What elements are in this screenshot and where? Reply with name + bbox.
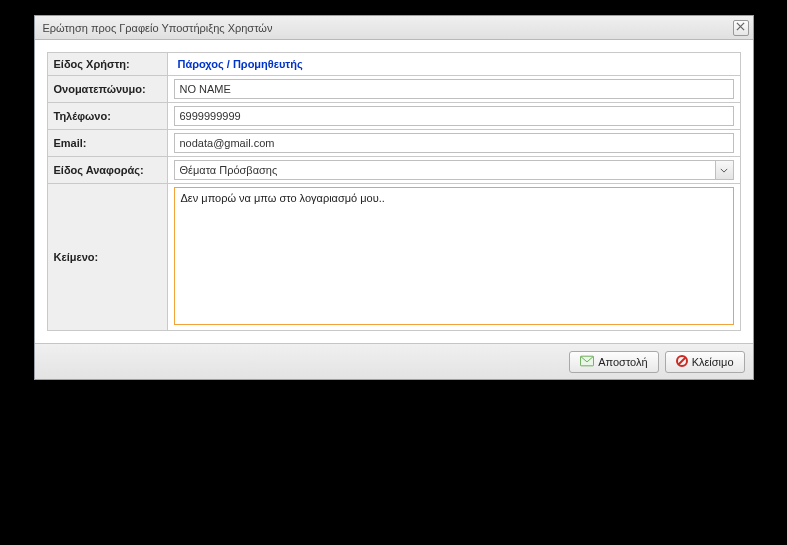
label-user-type: Είδος Χρήστη: [47,53,167,76]
close-button[interactable]: Κλείσιμο [665,351,745,373]
submit-button-label: Αποστολή [598,356,647,368]
chevron-down-icon [715,161,733,179]
forbidden-icon [676,355,688,369]
select-report-type-value: Θέματα Πρόσβασης [175,161,715,179]
label-full-name: Ονοματεπώνυμο: [47,76,167,103]
mail-icon [580,355,594,369]
window-close-button[interactable] [733,20,749,36]
input-phone[interactable] [174,106,734,126]
svg-line-2 [678,357,685,364]
select-report-type[interactable]: Θέματα Πρόσβασης [174,160,734,180]
label-message: Κείμενο: [47,184,167,331]
dialog-footer: Αποστολή Κλείσιμο [35,343,753,379]
titlebar: Ερώτηση προς Γραφείο Υποστήριξης Χρηστών [35,16,753,40]
dialog-window: Ερώτηση προς Γραφείο Υποστήριξης Χρηστών… [34,15,754,380]
submit-button[interactable]: Αποστολή [569,351,658,373]
textarea-message[interactable] [174,187,734,325]
label-phone: Τηλέφωνο: [47,103,167,130]
form-content: Είδος Χρήστη: Πάροχος / Προμηθευτής Ονομ… [35,40,753,343]
label-email: Email: [47,130,167,157]
close-button-label: Κλείσιμο [692,356,734,368]
value-user-type: Πάροχος / Προμηθευτής [174,56,734,72]
window-title: Ερώτηση προς Γραφείο Υποστήριξης Χρηστών [43,22,273,34]
input-full-name[interactable] [174,79,734,99]
label-report-type: Είδος Αναφοράς: [47,157,167,184]
input-email[interactable] [174,133,734,153]
close-icon [736,22,745,33]
